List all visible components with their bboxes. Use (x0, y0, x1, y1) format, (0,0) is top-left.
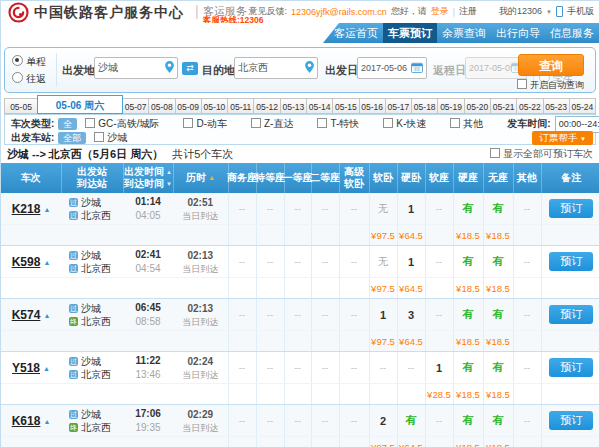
book-button[interactable]: 预订 (549, 199, 593, 218)
depart-date-input[interactable]: 2017-05-06 (357, 57, 427, 79)
date-tab[interactable]: 05-17 (385, 98, 412, 114)
trip-option-oneway[interactable]: 单程 (12, 53, 46, 70)
column-header[interactable]: 历时▲ (173, 163, 228, 193)
date-tab[interactable]: 05-20 (464, 98, 491, 114)
query-button[interactable]: 查询 (518, 54, 584, 76)
train-number-link[interactable]: K598 (12, 255, 41, 269)
nav-tab[interactable]: 信息服务 (545, 23, 599, 43)
column-header[interactable]: 商务座 (228, 163, 256, 193)
to-station-input[interactable]: 北京西 (234, 57, 318, 79)
column-header[interactable]: 出发时间▲到达时间▼ (123, 163, 173, 193)
show-all-option[interactable]: 显示全部可预订车次 (490, 145, 593, 163)
train-type-option[interactable]: D-动车 (183, 117, 227, 131)
date-tab[interactable]: 05-12 (253, 98, 280, 114)
train-number-link[interactable]: Y518 (12, 361, 40, 375)
train-type-all-badge[interactable]: 全部 (58, 118, 77, 130)
checkbox-icon[interactable] (183, 118, 193, 128)
date-tab[interactable]: 05-18 (411, 98, 438, 114)
train-type-option[interactable]: Z-直达 (251, 117, 293, 131)
trip-option-roundtrip[interactable]: 往返 (12, 70, 46, 87)
booking-helper-button[interactable]: 订票帮手 ▼ (532, 131, 593, 145)
date-tab[interactable]: 05-23 (543, 98, 570, 114)
column-header[interactable]: 备注 (541, 163, 600, 193)
checkbox-icon[interactable] (450, 118, 460, 128)
my12306-link[interactable]: 我的12306 (499, 5, 542, 18)
date-tab[interactable]: 05-13 (280, 98, 307, 114)
date-tab[interactable]: 05-06 周六 (37, 95, 123, 114)
expand-icon[interactable]: ▲ (43, 312, 50, 319)
date-tab[interactable]: 05-21 (490, 98, 517, 114)
column-header[interactable]: 高级软卧 (339, 163, 369, 193)
expand-icon[interactable]: ▲ (43, 365, 50, 372)
radio-checked-icon[interactable] (12, 55, 23, 66)
train-type-option[interactable]: GC-高铁/城际 (85, 117, 159, 131)
from-station-input[interactable]: 沙城 (94, 57, 178, 79)
column-header[interactable]: 硬卧 (397, 163, 425, 193)
radio-unchecked-icon[interactable] (12, 72, 23, 83)
price-cell: ¥97.5 (369, 225, 397, 246)
column-header[interactable]: 其他 (513, 163, 541, 193)
login-link[interactable]: 登录 (431, 5, 449, 18)
checkbox-icon[interactable] (317, 118, 327, 128)
column-header[interactable]: 一等座 (284, 163, 311, 193)
location-pin-icon[interactable] (305, 59, 314, 77)
column-header[interactable]: 软座 (425, 163, 453, 193)
expand-icon[interactable]: ▲ (43, 259, 50, 266)
nav-tab[interactable]: 车票预订 (383, 23, 437, 43)
mobile-version-link[interactable]: 手机版 (567, 5, 594, 18)
column-header[interactable]: 车次 (1, 163, 61, 193)
train-number-link[interactable]: K618 (12, 414, 41, 428)
book-button[interactable]: 预订 (549, 252, 593, 271)
checkbox-icon[interactable] (94, 132, 104, 142)
column-header[interactable]: 无座 (483, 163, 513, 193)
checkbox-icon[interactable] (383, 118, 393, 128)
checkbox-icon[interactable] (517, 79, 527, 89)
book-button[interactable]: 预订 (549, 305, 593, 324)
nav-tab[interactable]: 出行向导 (491, 23, 545, 43)
date-tab[interactable]: 05-22 (516, 98, 543, 114)
nav-tab[interactable]: 余票查询 (437, 23, 491, 43)
book-button[interactable]: 预订 (549, 358, 593, 377)
column-header[interactable]: 软卧 (369, 163, 397, 193)
calendar-icon[interactable] (411, 59, 423, 77)
column-header[interactable]: 硬座 (453, 163, 483, 193)
date-tab[interactable]: 05-24 (569, 98, 596, 114)
date-tab[interactable]: 05-05 (4, 98, 38, 114)
station-option[interactable]: 沙城 (94, 131, 127, 145)
date-tab[interactable]: 05-14 (306, 98, 333, 114)
location-pin-icon[interactable] (165, 59, 174, 77)
checkbox-icon[interactable] (490, 148, 500, 158)
date-tab[interactable]: 05-19 (437, 98, 464, 114)
date-tab[interactable]: 05-10 (201, 98, 228, 114)
train-number-link[interactable]: K574 (12, 308, 41, 322)
column-header[interactable]: 特等座 (256, 163, 284, 193)
swap-stations-icon[interactable]: ⇄ (182, 62, 198, 75)
sort-icon[interactable]: ▲ (208, 172, 215, 184)
register-link[interactable]: 注册 (459, 5, 477, 18)
train-type-option[interactable]: K-快速 (383, 117, 426, 131)
train-number-link[interactable]: K218 (12, 202, 41, 216)
train-type-option[interactable]: 其他 (450, 117, 483, 131)
checkbox-icon[interactable] (85, 118, 95, 128)
auto-query-option[interactable]: 开启自动查询 (517, 79, 584, 92)
date-tab[interactable]: 05-09 (175, 98, 202, 114)
train-type-option[interactable]: T-特快 (317, 117, 359, 131)
date-tab[interactable]: 05-15 (332, 98, 359, 114)
column-header[interactable]: 二等座 (311, 163, 339, 193)
sort-icon[interactable]: ▼ (166, 178, 172, 190)
nav-tab[interactable]: 客运首页 (329, 23, 383, 43)
column-header[interactable]: 出发站到达站 (61, 163, 123, 193)
date-tab[interactable]: 05-11 (227, 98, 254, 114)
checkbox-icon[interactable] (251, 118, 261, 128)
depart-time-select[interactable]: 00:00--24:00 ▼ (555, 116, 600, 133)
station-all-badge[interactable]: 全部 (58, 132, 86, 144)
date-tab[interactable]: 05-08 (148, 98, 175, 114)
book-button[interactable]: 预订 (549, 411, 593, 430)
date-tab[interactable]: 05-16 (359, 98, 386, 114)
date-tab[interactable]: 05-07 (122, 98, 149, 114)
expand-icon[interactable]: ▲ (43, 418, 50, 425)
expand-icon[interactable]: ▲ (43, 206, 50, 213)
feedback-email-link[interactable]: 12306yjfk@rails.com.cn (291, 7, 387, 17)
sort-icon[interactable]: ▲ (166, 166, 172, 178)
my12306-caret-icon[interactable]: ▼ (546, 9, 552, 15)
